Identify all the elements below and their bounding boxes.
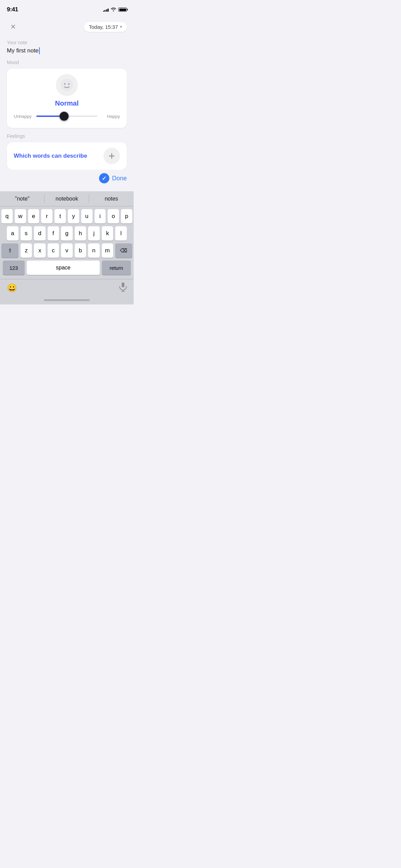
key-e[interactable]: e <box>28 209 39 224</box>
app-content: ✕ Today, 15:37 ▾ Your note My first note… <box>0 16 134 191</box>
mood-face-icon <box>56 74 78 96</box>
key-t[interactable]: t <box>54 209 66 224</box>
keyboard-row-2: a s d f g h j k l <box>1 226 132 241</box>
date-text: Today, 15:37 <box>89 24 118 30</box>
suggestion-text-2: notes <box>105 196 118 202</box>
key-b[interactable]: b <box>75 243 86 258</box>
wifi-icon <box>111 7 116 12</box>
svg-rect-5 <box>122 282 124 287</box>
shift-key[interactable]: ⇧ <box>1 243 19 258</box>
mood-face-container <box>14 74 120 96</box>
key-q[interactable]: q <box>1 209 13 224</box>
return-key[interactable]: return <box>102 261 131 275</box>
suggestion-item-2[interactable]: notes <box>89 191 134 206</box>
done-check-icon: ✓ <box>99 173 109 183</box>
suggestion-item-1[interactable]: notebook <box>45 191 89 206</box>
return-label: return <box>110 265 123 271</box>
note-input[interactable]: My first note <box>7 47 127 54</box>
note-section-label: Your note <box>7 40 127 45</box>
done-button[interactable]: ✓ Done <box>99 173 127 183</box>
status-bar: 9:41 <box>0 0 134 16</box>
emoji-icon[interactable]: 😀 <box>7 283 17 293</box>
close-button[interactable]: ✕ <box>7 21 19 33</box>
mood-slider[interactable] <box>36 111 97 121</box>
keyboard-row-3: ⇧ z x c v b n m ⌫ <box>1 243 132 258</box>
keyboard: "note" notebook notes q w e r t y u i o … <box>0 191 134 304</box>
mood-section-label: Mood <box>7 60 134 65</box>
unhappy-label: Unhappy <box>14 114 33 119</box>
key-u[interactable]: u <box>81 209 93 224</box>
signal-bars-icon <box>103 8 109 12</box>
key-n[interactable]: n <box>88 243 99 258</box>
numbers-key[interactable]: 123 <box>3 261 25 275</box>
note-value: My first note <box>7 47 39 54</box>
key-s[interactable]: s <box>21 226 32 241</box>
backspace-icon: ⌫ <box>120 248 127 254</box>
suggestion-item-0[interactable]: "note" <box>0 191 45 206</box>
keyboard-suggestions: "note" notebook notes <box>0 191 134 206</box>
home-indicator <box>0 297 134 304</box>
microphone-icon[interactable] <box>119 282 127 294</box>
key-d[interactable]: d <box>34 226 46 241</box>
key-f[interactable]: f <box>48 226 59 241</box>
mood-section: Mood Normal Unhappy <box>0 60 134 128</box>
status-icons <box>103 7 127 12</box>
mood-card: Normal Unhappy Happy <box>7 69 127 128</box>
battery-icon <box>118 8 127 12</box>
key-k[interactable]: k <box>102 226 113 241</box>
key-j[interactable]: j <box>88 226 100 241</box>
key-m[interactable]: m <box>102 243 113 258</box>
keyboard-row-1: q w e r t y u i o p <box>1 209 132 224</box>
keyboard-rows: q w e r t y u i o p a s d f g h j k l ⇧ <box>0 206 134 279</box>
close-icon: ✕ <box>10 23 16 31</box>
slider-track <box>36 116 97 117</box>
suggestion-text-0: "note" <box>15 196 30 202</box>
key-p[interactable]: p <box>121 209 132 224</box>
key-y[interactable]: y <box>68 209 79 224</box>
space-label: space <box>56 265 71 271</box>
space-key[interactable]: space <box>27 261 100 275</box>
numbers-label: 123 <box>9 265 18 271</box>
key-z[interactable]: z <box>21 243 32 258</box>
key-x[interactable]: x <box>34 243 45 258</box>
feelings-add-icon[interactable] <box>104 148 120 164</box>
key-r[interactable]: r <box>41 209 52 224</box>
svg-point-2 <box>68 83 70 85</box>
done-label: Done <box>112 175 127 182</box>
key-w[interactable]: w <box>15 209 26 224</box>
key-g[interactable]: g <box>61 226 73 241</box>
backspace-key[interactable]: ⌫ <box>115 243 132 258</box>
mood-slider-row: Unhappy Happy <box>14 111 120 121</box>
keyboard-bottom-row: 123 space return <box>1 261 132 278</box>
note-section: Your note My first note <box>0 37 134 60</box>
happy-label: Happy <box>101 114 120 119</box>
key-i[interactable]: i <box>95 209 106 224</box>
svg-point-1 <box>64 83 65 85</box>
home-bar <box>44 299 90 301</box>
key-l[interactable]: l <box>115 226 127 241</box>
key-c[interactable]: c <box>48 243 59 258</box>
header-bar: ✕ Today, 15:37 ▾ <box>0 16 134 37</box>
status-time: 9:41 <box>7 6 18 13</box>
key-a[interactable]: a <box>7 226 19 241</box>
done-row: ✓ Done <box>0 170 134 189</box>
feelings-card[interactable]: Which words can describe <box>7 142 127 170</box>
key-o[interactable]: o <box>108 209 119 224</box>
checkmark-icon: ✓ <box>102 175 106 182</box>
slider-thumb <box>60 112 69 121</box>
feelings-prompt: Which words can describe <box>14 153 87 159</box>
mood-name-label: Normal <box>14 99 120 107</box>
shift-icon: ⇧ <box>8 248 12 254</box>
chevron-down-icon: ▾ <box>120 24 122 29</box>
feelings-section: Feelings Which words can describe <box>0 133 134 170</box>
suggestion-text-1: notebook <box>56 196 78 202</box>
key-h[interactable]: h <box>75 226 86 241</box>
date-selector-button[interactable]: Today, 15:37 ▾ <box>84 22 127 32</box>
svg-point-0 <box>61 79 73 91</box>
text-cursor <box>39 47 40 54</box>
feelings-section-label: Feelings <box>7 133 127 139</box>
keyboard-accessory: 😀 <box>0 279 134 297</box>
key-v[interactable]: v <box>61 243 72 258</box>
